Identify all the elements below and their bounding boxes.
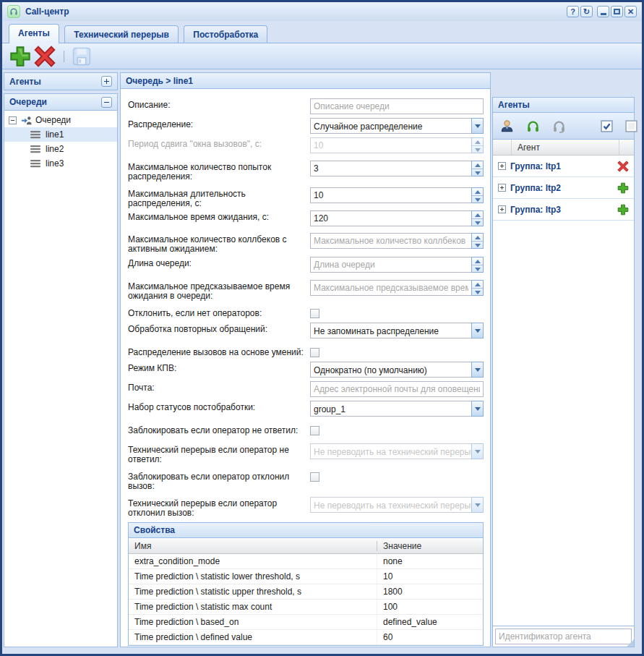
tree-item-line2[interactable]: line2	[4, 142, 117, 156]
tech-break-no-answer-combo[interactable]: Не переводить на технический перерыв	[310, 443, 484, 459]
form-row: Максимальное время ожидания, с:	[128, 210, 483, 228]
tab-postprocessing[interactable]: Постобработка	[184, 25, 267, 43]
max-distribution-duration-input[interactable]	[310, 187, 471, 203]
column-value[interactable]: Значение	[377, 541, 483, 551]
expand-group-icon[interactable]	[498, 162, 506, 170]
collapse-panel-icon[interactable]	[101, 97, 112, 108]
repeat-calls-combo[interactable]: Не запоминать распределение	[310, 323, 484, 338]
chevron-down-icon[interactable]	[471, 118, 484, 134]
add-button[interactable]	[8, 44, 33, 69]
field-label: Максимальное предсказываемое время ожида…	[128, 282, 306, 301]
max-callbacks-input[interactable]	[310, 233, 471, 249]
tab-technical-break[interactable]: Технический перерыв	[64, 25, 179, 43]
agent-group-row-ltp3[interactable]: Группа: ltp3	[493, 199, 634, 221]
field-label: Максимальное количество попыток распреде…	[128, 163, 306, 182]
agent-group-row-ltp1[interactable]: Группа: ltp1	[493, 156, 634, 177]
table-row[interactable]: Time prediction \ based_on defined_value	[129, 615, 483, 630]
property-name: Time prediction \ statistic lower thresh…	[129, 569, 377, 584]
reject-no-operators-checkbox[interactable]	[310, 309, 319, 318]
agent-id-footer	[493, 626, 634, 647]
tree-root-queues[interactable]: Очереди	[4, 113, 117, 127]
save-button[interactable]	[71, 46, 93, 67]
headset-offline-button[interactable]	[551, 118, 567, 135]
spinner-up-down-icon[interactable]	[471, 187, 484, 203]
chevron-down-icon[interactable]	[471, 401, 484, 417]
agent-column[interactable]: Агент	[512, 140, 619, 155]
spinner-up-down-icon[interactable]	[471, 137, 484, 153]
expander-column	[493, 140, 512, 155]
tech-break-declined-combo[interactable]: Не переводить на технический перерыв	[310, 497, 484, 513]
max-predicted-wait-spinner	[310, 280, 484, 296]
call-window-shift-input[interactable]	[310, 137, 471, 153]
email-field[interactable]	[310, 381, 484, 397]
ringback-mode-combo[interactable]: Однократно (по умолчанию)	[310, 362, 484, 378]
description-field[interactable]	[310, 98, 484, 114]
chevron-down-icon[interactable]	[471, 323, 484, 338]
max-wait-time-spinner	[310, 210, 484, 226]
form-row: Период сдвига "окна вызовов", с:	[128, 137, 483, 155]
help-button[interactable]: ?	[567, 6, 579, 17]
distribution-combo[interactable]: Случайное распределение	[310, 118, 484, 134]
chevron-down-icon[interactable]	[471, 497, 484, 513]
table-row[interactable]: Time prediction \ statistic lower thresh…	[129, 569, 483, 584]
agent-id-input[interactable]	[495, 629, 632, 644]
queue-length-input[interactable]	[310, 257, 471, 273]
maximize-button[interactable]	[611, 6, 623, 17]
minimize-icon	[601, 13, 606, 15]
headset-online-button[interactable]	[525, 118, 541, 135]
agent-group-row-ltp2[interactable]: Группа: ltp2	[493, 177, 634, 199]
titlebar: Call-центр ? ↻ ✕	[2, 2, 642, 21]
spinner-up-down-icon[interactable]	[471, 257, 484, 273]
agent-group-label: Группа: ltp3	[510, 205, 617, 215]
max-wait-time-input[interactable]	[310, 210, 471, 226]
resize-grip[interactable]	[627, 639, 634, 647]
minimize-button[interactable]	[597, 6, 609, 17]
tree-item-line3[interactable]: line3	[4, 156, 117, 171]
property-value: 60	[377, 632, 483, 642]
collapse-node-icon[interactable]	[9, 116, 17, 124]
form-row: Набор статусов постобработки: group_1	[128, 401, 483, 418]
field-label: Режим КПВ:	[128, 364, 306, 373]
block-no-answer-checkbox[interactable]	[310, 426, 319, 435]
main-toolbar	[2, 43, 642, 69]
expand-group-icon[interactable]	[498, 205, 506, 213]
spinner-up-down-icon[interactable]	[471, 233, 484, 249]
property-value: 100	[377, 602, 483, 612]
add-group-icon[interactable]	[617, 204, 629, 216]
max-predicted-wait-input[interactable]	[310, 280, 471, 296]
combo-value: Случайное распределение	[310, 118, 471, 134]
select-all-button[interactable]	[599, 119, 614, 134]
refresh-button[interactable]: ↻	[580, 6, 593, 17]
spinner-up-down-icon[interactable]	[471, 210, 484, 226]
tab-agents[interactable]: Агенты	[9, 24, 59, 43]
expand-panel-icon[interactable]	[101, 76, 112, 87]
field-label: Распределение:	[128, 120, 306, 129]
agent-button[interactable]	[499, 118, 515, 135]
remove-group-icon[interactable]	[617, 161, 629, 172]
table-row[interactable]: Time prediction \ statistic upper thresh…	[129, 584, 483, 600]
table-row[interactable]: Time prediction \ defined value 60	[129, 630, 483, 645]
table-row[interactable]: extra_condition_mode none	[129, 554, 483, 569]
chevron-down-icon[interactable]	[471, 443, 484, 459]
max-distribution-attempts-input[interactable]	[310, 161, 471, 176]
form-row: Максимальное количество коллбеков с акти…	[128, 233, 483, 250]
tree-item-line1[interactable]: line1	[4, 127, 117, 142]
close-button[interactable]: ✕	[624, 6, 637, 17]
add-group-icon[interactable]	[617, 182, 629, 194]
postprocessing-status-set-combo[interactable]: group_1	[310, 401, 484, 417]
field-label: Максимальное количество коллбеков с акти…	[128, 235, 306, 254]
skill-based-distribution-checkbox[interactable]	[310, 348, 319, 357]
spinner-up-down-icon[interactable]	[471, 280, 484, 296]
deselect-all-button[interactable]	[624, 119, 639, 134]
queue-icon	[30, 159, 41, 168]
sidebar-panel-queues: Очереди Очереди lin	[4, 93, 118, 647]
block-declined-checkbox[interactable]	[310, 472, 319, 482]
spinner-up-down-icon[interactable]	[471, 161, 484, 176]
table-row[interactable]: Time prediction \ statistic max count 10…	[129, 600, 483, 615]
chevron-down-icon[interactable]	[471, 362, 484, 378]
property-name: extra_condition_mode	[129, 554, 377, 568]
column-name[interactable]: Имя	[129, 541, 377, 551]
delete-button[interactable]	[33, 44, 57, 69]
expand-group-icon[interactable]	[498, 184, 506, 192]
agent-icon	[500, 119, 514, 133]
